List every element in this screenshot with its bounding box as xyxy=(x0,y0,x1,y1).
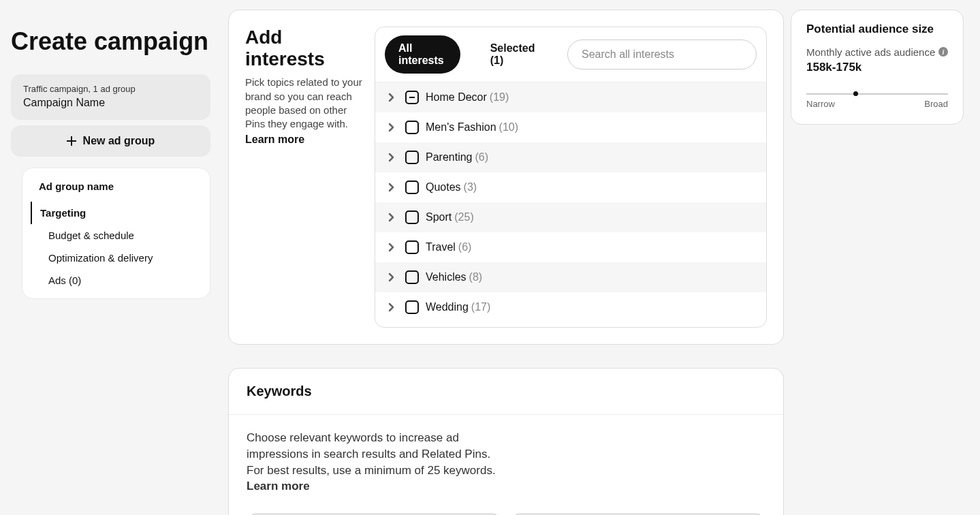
plus-icon xyxy=(67,136,76,146)
keywords-description: Choose relevant keywords to increase ad … xyxy=(247,430,505,495)
new-adgroup-button[interactable]: New ad group xyxy=(11,125,210,157)
interest-checkbox[interactable] xyxy=(405,240,419,254)
audience-subtitle: Monthly active ads audience xyxy=(806,46,935,59)
left-sidebar: Create campaign Traffic campaign, 1 ad g… xyxy=(0,0,221,515)
chevron-right-icon[interactable] xyxy=(385,243,398,252)
interest-label[interactable]: Vehicles(8) xyxy=(426,271,482,283)
campaign-card[interactable]: Traffic campaign, 1 ad group Campaign Na… xyxy=(11,74,210,120)
interest-checkbox[interactable] xyxy=(405,300,419,314)
interest-row: Sport(25) xyxy=(375,202,766,232)
slider-thumb[interactable] xyxy=(853,91,858,96)
nav-header: Ad group name xyxy=(22,181,210,202)
interest-label[interactable]: Quotes(3) xyxy=(426,181,477,193)
audience-title: Potential audience size xyxy=(806,22,948,36)
nav-item-optimization[interactable]: Optimization & delivery xyxy=(32,247,210,269)
chevron-right-icon[interactable] xyxy=(385,302,398,312)
interest-checkbox[interactable] xyxy=(405,270,419,284)
interest-label[interactable]: Travel(6) xyxy=(426,241,471,253)
interests-learn-more-link[interactable]: Learn more xyxy=(245,134,304,145)
slider-label-narrow: Narrow xyxy=(806,99,835,109)
interests-picker: All interests Selected (1) Home Decor(19… xyxy=(375,27,767,328)
interest-row: Vehicles(8) xyxy=(375,262,766,292)
interests-panel: Add interests Pick topics related to you… xyxy=(228,10,784,345)
interest-row: Parenting(6) xyxy=(375,142,766,172)
interests-search-wrap xyxy=(567,40,757,69)
interest-row: Travel(6) xyxy=(375,232,766,262)
campaign-name: Campaign Name xyxy=(23,97,198,109)
audience-card: Potential audience size Monthly active a… xyxy=(791,10,964,125)
interest-label[interactable]: Home Decor(19) xyxy=(426,91,509,104)
interest-checkbox[interactable] xyxy=(405,121,419,134)
chevron-right-icon[interactable] xyxy=(385,93,398,102)
right-column: Potential audience size Monthly active a… xyxy=(791,0,980,515)
interest-label[interactable]: Parenting(6) xyxy=(426,151,488,163)
interest-row: Wedding(17) xyxy=(375,292,766,322)
chevron-right-icon[interactable] xyxy=(385,213,398,222)
keywords-learn-more-link[interactable]: Learn more xyxy=(247,480,310,493)
keywords-header: Keywords xyxy=(229,369,783,415)
interests-intro: Add interests Pick topics related to you… xyxy=(245,27,375,328)
page-title: Create campaign xyxy=(11,27,210,55)
interest-checkbox[interactable] xyxy=(405,91,419,104)
interest-label[interactable]: Wedding(17) xyxy=(426,301,490,313)
nav-item-targeting[interactable]: Targeting xyxy=(31,202,210,224)
nav-item-budget[interactable]: Budget & schedule xyxy=(32,224,210,247)
interest-checkbox[interactable] xyxy=(405,151,419,164)
chevron-right-icon[interactable] xyxy=(385,153,398,162)
keywords-panel: Keywords Choose relevant keywords to inc… xyxy=(228,368,784,515)
interest-row: Men's Fashion(10) xyxy=(375,112,766,142)
info-icon[interactable]: i xyxy=(938,47,948,57)
interest-checkbox[interactable] xyxy=(405,181,419,194)
interest-row: Home Decor(19) xyxy=(375,82,766,112)
chevron-right-icon[interactable] xyxy=(385,272,398,282)
tab-all-interests[interactable]: All interests xyxy=(385,35,460,74)
interest-list[interactable]: Home Decor(19) Men's Fashion(10) Parenti… xyxy=(375,82,766,327)
audience-slider: Narrow Broad xyxy=(806,93,948,109)
adgroup-nav-card: Ad group name Targeting Budget & schedul… xyxy=(22,168,210,299)
campaign-meta: Traffic campaign, 1 ad group xyxy=(23,84,198,94)
interests-title: Add interests xyxy=(245,27,362,70)
chevron-right-icon[interactable] xyxy=(385,183,398,192)
interest-label[interactable]: Sport(25) xyxy=(426,211,474,223)
keywords-body: Choose relevant keywords to increase ad … xyxy=(229,415,783,515)
chevron-right-icon[interactable] xyxy=(385,123,398,132)
interest-row: Quotes(3) xyxy=(375,172,766,202)
audience-value: 158k-175k xyxy=(806,61,935,74)
nav-item-ads[interactable]: Ads (0) xyxy=(32,269,210,292)
interests-tabs-row: All interests Selected (1) xyxy=(375,27,766,82)
interest-label[interactable]: Men's Fashion(10) xyxy=(426,121,518,134)
slider-label-broad: Broad xyxy=(924,99,948,109)
new-adgroup-label: New ad group xyxy=(83,135,155,147)
main-column: Add interests Pick topics related to you… xyxy=(221,0,791,515)
interests-search-input[interactable] xyxy=(567,40,757,69)
interests-description: Pick topics related to your brand so you… xyxy=(245,76,362,131)
slider-track[interactable] xyxy=(806,93,948,95)
interest-checkbox[interactable] xyxy=(405,210,419,224)
tab-selected-interests[interactable]: Selected (1) xyxy=(477,35,551,74)
